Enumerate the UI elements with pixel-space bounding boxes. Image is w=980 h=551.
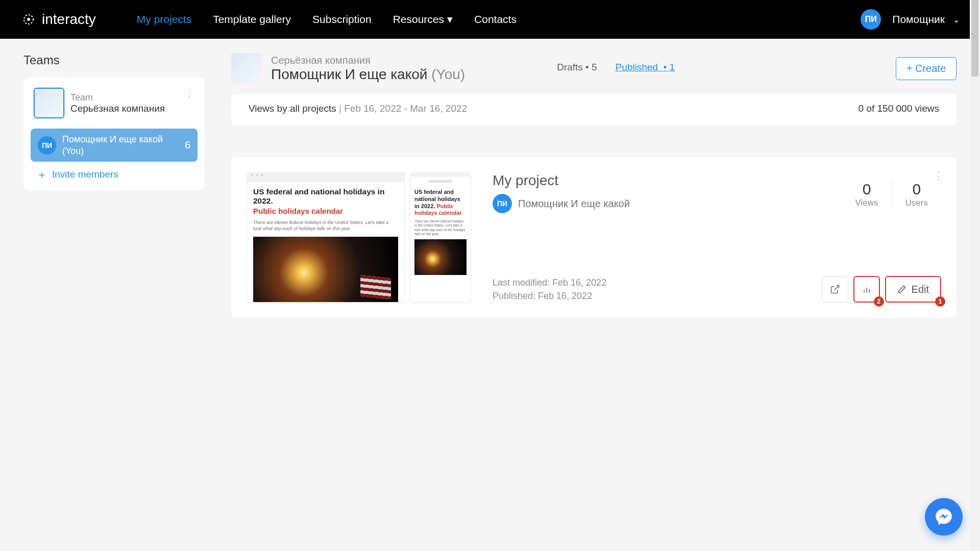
pencil-icon: [897, 285, 906, 294]
views-count: 0 of 150 000 views: [859, 103, 939, 114]
brand-icon: [20, 11, 37, 28]
views-range: Feb 16, 2022 - Mar 16, 2022: [344, 103, 467, 114]
nav-contacts[interactable]: Contacts: [474, 13, 517, 26]
external-link-icon: [830, 284, 840, 294]
member-name: Помощник И еще какой (You): [62, 134, 185, 157]
analytics-button[interactable]: 2: [853, 276, 880, 303]
views-summary: Views by all projects | Feb 16, 2022 - M…: [231, 94, 957, 126]
member-count: 6: [185, 139, 190, 151]
user-avatar: ПИ: [861, 9, 881, 30]
nav-subscription[interactable]: Subscription: [312, 13, 372, 26]
preview-mobile: US federal and national holidays in 2022…: [410, 172, 471, 303]
drafts-filter[interactable]: Drafts • 5: [557, 62, 597, 73]
sidebar-title: Teams: [23, 53, 205, 67]
brand-logo[interactable]: interacty: [20, 11, 96, 28]
workspace-company: Серьёзная компания: [271, 55, 465, 66]
owner-avatar: ПИ: [493, 194, 512, 213]
project-card: ⋮ US federal and national holidays in 20…: [231, 157, 957, 318]
caret-down-icon: ▾: [447, 13, 453, 26]
workspace-header: Серьёзная компания Помощник И еще какой …: [231, 53, 957, 84]
annotation-badge-1: 1: [935, 296, 945, 307]
nav-template-gallery[interactable]: Template gallery: [213, 13, 291, 26]
scroll-thumb[interactable]: [971, 0, 978, 77]
team-menu-icon[interactable]: ⋮: [184, 87, 195, 99]
create-button[interactable]: + Create: [896, 57, 957, 80]
edit-button[interactable]: Edit 1: [885, 276, 941, 303]
project-preview[interactable]: US federal and national holidays in 2022…: [247, 172, 471, 303]
preview-desktop: US federal and national holidays in 2022…: [247, 172, 405, 303]
workspace-filters: Drafts • 5 Published • 1: [557, 62, 675, 75]
project-actions: 2 Edit 1: [822, 276, 941, 303]
member-item-self[interactable]: ПИ Помощник И еще какой (You) 6: [31, 129, 198, 162]
messenger-icon: [934, 507, 953, 527]
project-stats: 0 Views 0 Users: [842, 181, 941, 208]
nav-user[interactable]: ПИ Помощник ⌄: [861, 9, 960, 30]
team-name: Серьёзная компания: [70, 103, 165, 114]
chat-fab[interactable]: [925, 498, 963, 536]
main: Серьёзная компания Помощник И еще какой …: [231, 53, 957, 318]
invite-members[interactable]: ＋ Invite members: [31, 162, 198, 183]
open-external-button[interactable]: [822, 276, 848, 303]
workspace-name: Помощник И еще какой (You): [271, 66, 465, 83]
plus-icon: ＋: [37, 169, 47, 180]
svg-point-1: [27, 18, 30, 21]
workspace-thumbnail: [231, 53, 262, 84]
user-name: Помощник: [892, 13, 945, 26]
team-thumbnail: [34, 88, 64, 118]
stat-users: 0 Users: [892, 181, 941, 208]
nav-resources[interactable]: Resources▾: [393, 13, 453, 26]
nav-links: My projects Template gallery Subscriptio…: [137, 13, 861, 26]
invite-label: Invite members: [52, 169, 118, 180]
published-filter[interactable]: Published • 1: [616, 62, 675, 73]
annotation-badge-2: 2: [874, 296, 884, 307]
bar-chart-icon: [862, 284, 872, 294]
brand-text: interacty: [42, 11, 96, 28]
nav-my-projects[interactable]: My projects: [137, 13, 191, 26]
sidebar: Teams Team Серьёзная компания ⋮ ПИ Помощ…: [23, 53, 205, 318]
views-label: Views by all projects: [249, 103, 336, 114]
top-nav: interacty My projects Template gallery S…: [0, 0, 980, 39]
preview-hero-image: [253, 237, 398, 302]
svg-line-2: [834, 286, 839, 290]
stat-views: 0 Views: [842, 181, 892, 208]
chevron-down-icon: ⌄: [953, 15, 960, 24]
preview-mobile-hero: [414, 239, 467, 275]
team-label: Team: [70, 92, 165, 103]
teams-card: Team Серьёзная компания ⋮ ПИ Помощник И …: [23, 78, 205, 190]
scrollbar[interactable]: [970, 0, 980, 551]
team-item[interactable]: Team Серьёзная компания ⋮: [31, 85, 198, 126]
owner-name: Помощник И еще какой: [518, 198, 630, 210]
member-avatar: ПИ: [38, 136, 56, 155]
